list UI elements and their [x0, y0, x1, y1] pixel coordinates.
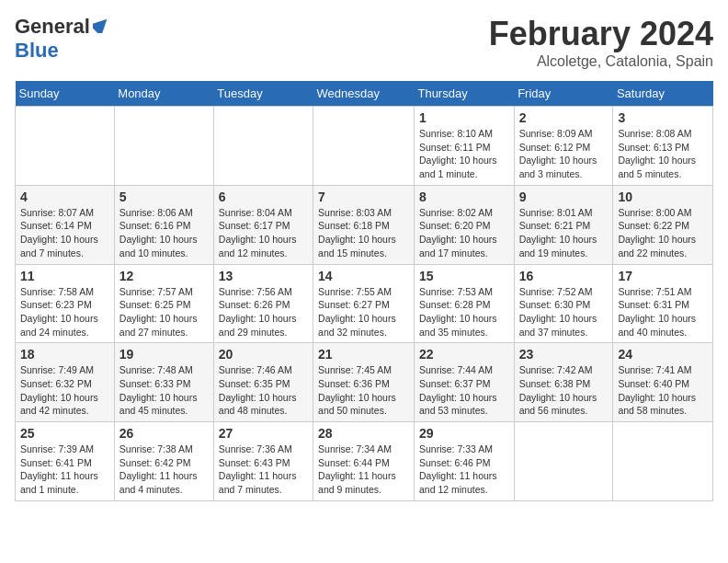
- day-info: Sunrise: 7:56 AMSunset: 6:26 PMDaylight:…: [219, 285, 308, 339]
- calendar-header-row: Sunday Monday Tuesday Wednesday Thursday…: [16, 81, 713, 107]
- page-header: General Blue February 2024 Alcoletge, Ca…: [15, 15, 713, 70]
- logo-triangle-icon: [93, 17, 109, 37]
- day-number: 3: [618, 110, 708, 125]
- table-row: 18Sunrise: 7:49 AMSunset: 6:32 PMDayligh…: [16, 343, 115, 422]
- day-info: Sunrise: 8:01 AMSunset: 6:21 PMDaylight:…: [519, 206, 609, 260]
- svg-marker-0: [93, 17, 109, 33]
- table-row: 5Sunrise: 8:06 AMSunset: 6:16 PMDaylight…: [114, 185, 213, 264]
- table-row: [16, 107, 115, 186]
- table-row: 28Sunrise: 7:34 AMSunset: 6:44 PMDayligh…: [313, 422, 415, 501]
- day-number: 22: [419, 347, 509, 362]
- day-number: 17: [618, 269, 708, 283]
- logo: General Blue: [15, 15, 109, 63]
- calendar-week-2: 4Sunrise: 8:07 AMSunset: 6:14 PMDaylight…: [16, 185, 713, 264]
- table-row: [514, 422, 613, 501]
- table-row: 12Sunrise: 7:57 AMSunset: 6:25 PMDayligh…: [114, 264, 213, 343]
- table-row: 27Sunrise: 7:36 AMSunset: 6:43 PMDayligh…: [213, 422, 313, 501]
- day-number: 21: [318, 347, 409, 362]
- day-info: Sunrise: 8:09 AMSunset: 6:12 PMDaylight:…: [519, 127, 609, 181]
- day-info: Sunrise: 7:46 AMSunset: 6:35 PMDaylight:…: [219, 363, 308, 418]
- title-section: February 2024 Alcoletge, Catalonia, Spai…: [489, 15, 713, 70]
- table-row: [114, 107, 213, 186]
- day-number: 10: [618, 190, 708, 204]
- table-row: 20Sunrise: 7:46 AMSunset: 6:35 PMDayligh…: [213, 343, 313, 422]
- day-number: 1: [419, 110, 509, 125]
- table-row: 15Sunrise: 7:53 AMSunset: 6:28 PMDayligh…: [414, 264, 514, 343]
- day-info: Sunrise: 7:38 AMSunset: 6:42 PMDaylight:…: [119, 442, 209, 497]
- day-number: 13: [219, 269, 308, 283]
- calendar-week-4: 18Sunrise: 7:49 AMSunset: 6:32 PMDayligh…: [16, 343, 713, 422]
- day-number: 19: [119, 347, 209, 362]
- day-number: 14: [318, 269, 409, 283]
- col-saturday: Saturday: [613, 81, 713, 107]
- day-info: Sunrise: 7:36 AMSunset: 6:43 PMDaylight:…: [219, 442, 308, 497]
- day-info: Sunrise: 8:03 AMSunset: 6:18 PMDaylight:…: [318, 206, 409, 260]
- logo-blue: Blue: [15, 39, 59, 62]
- table-row: 6Sunrise: 8:04 AMSunset: 6:17 PMDaylight…: [213, 185, 313, 264]
- day-info: Sunrise: 7:44 AMSunset: 6:37 PMDaylight:…: [419, 363, 509, 418]
- table-row: 29Sunrise: 7:33 AMSunset: 6:46 PMDayligh…: [414, 422, 514, 501]
- day-number: 8: [419, 190, 509, 204]
- day-info: Sunrise: 8:02 AMSunset: 6:20 PMDaylight:…: [419, 206, 509, 260]
- table-row: 8Sunrise: 8:02 AMSunset: 6:20 PMDaylight…: [414, 185, 514, 264]
- calendar-week-3: 11Sunrise: 7:58 AMSunset: 6:23 PMDayligh…: [16, 264, 713, 343]
- day-number: 23: [519, 347, 609, 362]
- day-number: 18: [20, 347, 109, 362]
- day-number: 6: [219, 190, 308, 204]
- col-friday: Friday: [514, 81, 613, 107]
- month-title: February 2024: [489, 15, 713, 53]
- table-row: [613, 422, 713, 501]
- day-number: 4: [20, 190, 109, 204]
- table-row: 14Sunrise: 7:55 AMSunset: 6:27 PMDayligh…: [313, 264, 415, 343]
- col-tuesday: Tuesday: [213, 81, 313, 107]
- table-row: 24Sunrise: 7:41 AMSunset: 6:40 PMDayligh…: [613, 343, 713, 422]
- calendar-week-5: 25Sunrise: 7:39 AMSunset: 6:41 PMDayligh…: [16, 422, 713, 501]
- table-row: 21Sunrise: 7:45 AMSunset: 6:36 PMDayligh…: [313, 343, 415, 422]
- logo-general: General: [15, 15, 90, 39]
- col-thursday: Thursday: [414, 81, 514, 107]
- day-info: Sunrise: 7:34 AMSunset: 6:44 PMDaylight:…: [318, 442, 409, 497]
- table-row: 1Sunrise: 8:10 AMSunset: 6:11 PMDaylight…: [414, 107, 514, 186]
- day-info: Sunrise: 7:48 AMSunset: 6:33 PMDaylight:…: [119, 363, 209, 418]
- day-info: Sunrise: 8:06 AMSunset: 6:16 PMDaylight:…: [119, 206, 209, 260]
- table-row: 26Sunrise: 7:38 AMSunset: 6:42 PMDayligh…: [114, 422, 213, 501]
- table-row: 22Sunrise: 7:44 AMSunset: 6:37 PMDayligh…: [414, 343, 514, 422]
- table-row: 2Sunrise: 8:09 AMSunset: 6:12 PMDaylight…: [514, 107, 613, 186]
- table-row: 16Sunrise: 7:52 AMSunset: 6:30 PMDayligh…: [514, 264, 613, 343]
- table-row: 11Sunrise: 7:58 AMSunset: 6:23 PMDayligh…: [16, 264, 115, 343]
- day-number: 29: [419, 426, 509, 441]
- day-number: 9: [519, 190, 609, 204]
- table-row: 3Sunrise: 8:08 AMSunset: 6:13 PMDaylight…: [613, 107, 713, 186]
- day-number: 27: [219, 426, 308, 441]
- day-number: 16: [519, 269, 609, 283]
- day-number: 11: [20, 269, 109, 283]
- location: Alcoletge, Catalonia, Spain: [489, 53, 713, 70]
- table-row: 4Sunrise: 8:07 AMSunset: 6:14 PMDaylight…: [16, 185, 115, 264]
- day-info: Sunrise: 8:08 AMSunset: 6:13 PMDaylight:…: [618, 127, 708, 181]
- day-info: Sunrise: 7:58 AMSunset: 6:23 PMDaylight:…: [20, 285, 109, 339]
- day-info: Sunrise: 7:57 AMSunset: 6:25 PMDaylight:…: [119, 285, 209, 339]
- table-row: 10Sunrise: 8:00 AMSunset: 6:22 PMDayligh…: [613, 185, 713, 264]
- col-wednesday: Wednesday: [313, 81, 415, 107]
- day-info: Sunrise: 7:45 AMSunset: 6:36 PMDaylight:…: [318, 363, 409, 418]
- table-row: 13Sunrise: 7:56 AMSunset: 6:26 PMDayligh…: [213, 264, 313, 343]
- table-row: 9Sunrise: 8:01 AMSunset: 6:21 PMDaylight…: [514, 185, 613, 264]
- day-number: 2: [519, 110, 609, 125]
- table-row: [213, 107, 313, 186]
- table-row: 7Sunrise: 8:03 AMSunset: 6:18 PMDaylight…: [313, 185, 415, 264]
- table-row: 25Sunrise: 7:39 AMSunset: 6:41 PMDayligh…: [16, 422, 115, 501]
- table-row: 19Sunrise: 7:48 AMSunset: 6:33 PMDayligh…: [114, 343, 213, 422]
- day-info: Sunrise: 7:33 AMSunset: 6:46 PMDaylight:…: [419, 442, 509, 497]
- day-info: Sunrise: 8:04 AMSunset: 6:17 PMDaylight:…: [219, 206, 308, 260]
- day-info: Sunrise: 7:53 AMSunset: 6:28 PMDaylight:…: [419, 285, 509, 339]
- table-row: [313, 107, 415, 186]
- day-number: 20: [219, 347, 308, 362]
- day-info: Sunrise: 7:39 AMSunset: 6:41 PMDaylight:…: [20, 442, 109, 497]
- day-number: 26: [119, 426, 209, 441]
- col-monday: Monday: [114, 81, 213, 107]
- day-number: 7: [318, 190, 409, 204]
- day-number: 28: [318, 426, 409, 441]
- day-info: Sunrise: 7:55 AMSunset: 6:27 PMDaylight:…: [318, 285, 409, 339]
- calendar-week-1: 1Sunrise: 8:10 AMSunset: 6:11 PMDaylight…: [16, 107, 713, 186]
- table-row: 23Sunrise: 7:42 AMSunset: 6:38 PMDayligh…: [514, 343, 613, 422]
